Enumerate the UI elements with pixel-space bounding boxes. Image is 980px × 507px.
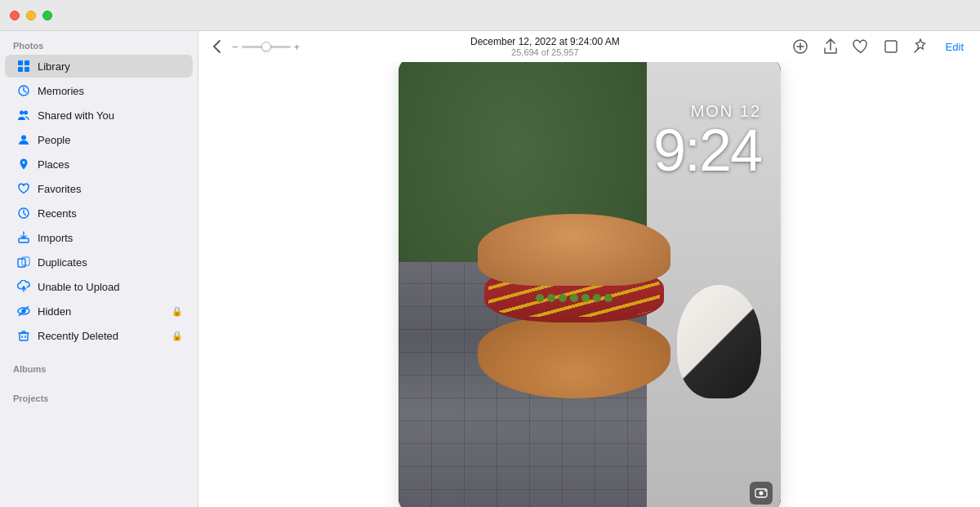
sidebar-item-recently-deleted[interactable]: Recently Deleted 🔒 <box>5 324 193 347</box>
photos-section-label: Photos <box>0 31 198 54</box>
cloud-upload-icon <box>16 279 31 294</box>
relish-dot <box>581 294 590 302</box>
slider-thumb <box>261 42 271 51</box>
sidebar-item-library[interactable]: Library <box>5 55 193 78</box>
sidebar-item-memories[interactable]: Memories <box>5 79 193 102</box>
minimize-button[interactable] <box>26 11 36 20</box>
close-button[interactable] <box>10 11 20 20</box>
main-content: − + December 12, 2022 at 9:24:00 AM 25,6… <box>198 0 980 507</box>
svg-point-6 <box>24 111 28 115</box>
svg-rect-1 <box>24 60 29 65</box>
sidebar: Photos Library Memories Shared with You … <box>0 0 198 507</box>
svg-line-21 <box>915 48 919 52</box>
places-icon <box>16 157 31 171</box>
titlebar <box>0 0 980 31</box>
relish-dot <box>604 294 612 302</box>
relish-dot <box>593 294 601 302</box>
sidebar-item-label: Places <box>38 158 183 171</box>
sidebar-item-label: Memories <box>38 85 183 97</box>
photo-badge <box>750 482 773 505</box>
svg-rect-16 <box>20 333 28 340</box>
sidebar-item-label: Favorites <box>38 183 183 195</box>
sidebar-item-label: Library <box>38 60 183 73</box>
sidebar-item-label: Hidden <box>38 305 165 318</box>
slider-track[interactable] <box>242 46 291 48</box>
relish-dot <box>547 294 555 302</box>
lock-screen-overlay: MON 12 9:24 <box>653 102 761 180</box>
lock-icon: 🔒 <box>172 306 183 317</box>
relish-dot <box>536 294 544 302</box>
sidebar-item-places[interactable]: Places <box>5 153 193 176</box>
dog-head <box>677 285 761 399</box>
relish-dot <box>570 294 578 302</box>
add-to-album-button[interactable] <box>791 37 810 56</box>
memories-icon <box>16 83 31 98</box>
svg-point-24 <box>764 490 766 491</box>
sidebar-item-duplicates[interactable]: Duplicates <box>5 251 193 274</box>
sidebar-item-label: Imports <box>38 232 183 244</box>
sidebar-item-label: Shared with You <box>38 109 183 122</box>
edit-button[interactable]: Edit <box>941 39 969 55</box>
dog-head-shape <box>677 285 761 399</box>
zoom-slider: − + <box>232 41 300 53</box>
lock-icon: 🔒 <box>172 331 183 341</box>
sidebar-item-favorites[interactable]: Favorites <box>5 177 193 200</box>
favorite-button[interactable] <box>851 38 871 56</box>
svg-point-8 <box>23 162 25 164</box>
lock-time: 9:24 <box>653 121 761 180</box>
share-button[interactable] <box>822 37 840 56</box>
back-button[interactable] <box>210 38 224 55</box>
sidebar-item-label: Recently Deleted <box>38 330 165 342</box>
zoom-minus[interactable]: − <box>232 41 238 53</box>
svg-point-5 <box>20 111 24 115</box>
sidebar-item-hidden[interactable]: Hidden 🔒 <box>5 300 193 322</box>
window-controls <box>10 11 52 20</box>
albums-section-label: Albums <box>0 354 198 377</box>
people-icon <box>16 132 31 147</box>
crop-button[interactable] <box>882 38 900 56</box>
svg-rect-20 <box>885 41 897 52</box>
relish-dot <box>559 294 567 302</box>
trash-icon <box>16 328 31 343</box>
sidebar-item-label: Duplicates <box>38 256 183 269</box>
top-bar-center: December 12, 2022 at 9:24:00 AM 25,694 o… <box>300 36 790 57</box>
enhance-button[interactable] <box>911 37 929 56</box>
duplicates-icon <box>16 255 31 269</box>
imports-icon <box>16 230 31 245</box>
sidebar-item-recents[interactable]: Recents <box>5 202 193 225</box>
zoom-plus[interactable]: + <box>294 41 301 53</box>
recents-icon <box>16 206 31 220</box>
svg-point-23 <box>759 491 763 495</box>
photo-area: MON 12 9:24 <box>198 62 980 507</box>
sidebar-item-unable-to-upload[interactable]: Unable to Upload <box>5 275 193 298</box>
grid-icon <box>16 59 31 73</box>
photo-date: December 12, 2022 at 9:24:00 AM <box>470 36 620 47</box>
bun-bottom <box>478 317 670 398</box>
hidden-icon <box>16 304 31 318</box>
sidebar-item-people[interactable]: People <box>5 128 193 151</box>
heart-icon <box>16 181 31 196</box>
photo-frame: MON 12 9:24 <box>399 62 781 507</box>
svg-rect-3 <box>24 67 29 72</box>
svg-rect-2 <box>18 67 23 72</box>
svg-point-7 <box>21 136 26 140</box>
maximize-button[interactable] <box>42 11 52 20</box>
top-bar-left: − + <box>210 38 300 55</box>
svg-rect-0 <box>18 60 23 65</box>
top-bar-right: Edit <box>791 37 969 56</box>
shared-icon <box>16 108 31 122</box>
dog <box>467 193 681 398</box>
top-bar: − + December 12, 2022 at 9:24:00 AM 25,6… <box>198 31 980 62</box>
bun-top <box>478 214 670 286</box>
projects-section-label: Projects <box>0 384 198 407</box>
sidebar-item-label: Unable to Upload <box>38 281 183 293</box>
relish <box>492 283 655 312</box>
sidebar-item-shared-with-you[interactable]: Shared with You <box>5 104 193 127</box>
sidebar-item-imports[interactable]: Imports <box>5 226 193 249</box>
photo-count: 25,694 of 25,957 <box>511 47 579 57</box>
sidebar-item-label: People <box>38 134 183 146</box>
sidebar-item-label: Recents <box>38 207 183 220</box>
svg-rect-10 <box>19 238 29 242</box>
